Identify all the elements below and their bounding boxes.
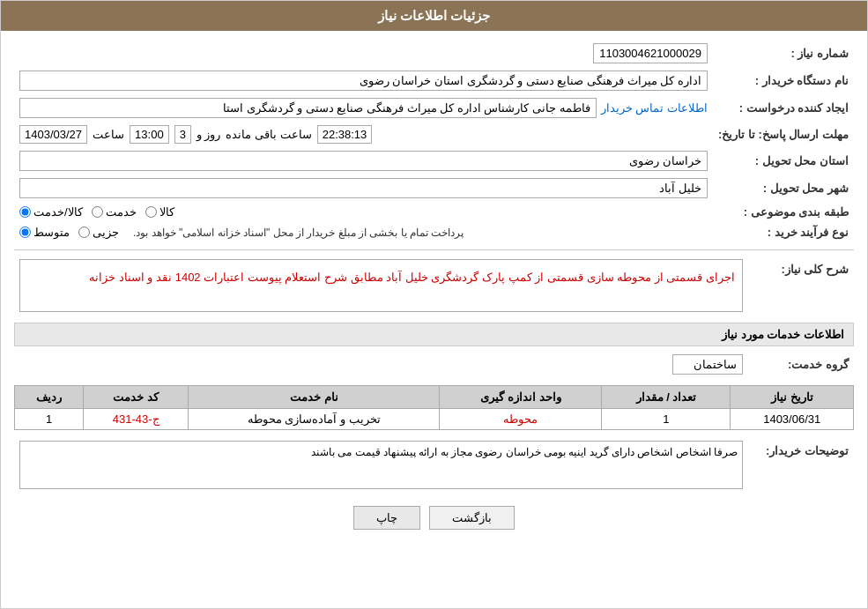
mohlat-label: مهلت ارسال پاسخ: تا تاریخ:	[713, 122, 854, 147]
grooh-khadamat-cell: ساختمان	[14, 351, 748, 378]
shomare-niaz-cell: 1103004621000029	[14, 40, 713, 67]
mohlat-saat-value: 13:00	[130, 125, 169, 144]
naam-dastgah-label: نام دستگاه خریدار :	[713, 67, 854, 94]
cell-tarikh-niaz: 1403/06/31	[731, 409, 854, 430]
radio-jozi-item: جزیی	[78, 226, 119, 239]
services-table: تاریخ نیاز تعداد / مقدار واحد اندازه گیر…	[14, 385, 854, 430]
sharh-cell: اجرای قسمتی از محوطه سازی قسمتی از کمپ پ…	[14, 256, 748, 316]
page-header: جزئیات اطلاعات نیاز	[1, 1, 867, 31]
cell-vahed: محوطه	[440, 409, 602, 430]
noow-farayand-cell: پرداخت تمام یا بخشی از مبلغ خریدار از مح…	[14, 222, 713, 242]
radio-khadamat-input[interactable]	[92, 206, 103, 218]
btn-container: بازگشت چاپ	[14, 506, 854, 530]
grooh-table: گروه خدمت: ساختمان	[14, 351, 854, 378]
radio-kala-khadamat-item: کالا/خدمت	[19, 205, 83, 219]
naam-dastgah-value: اداره کل میراث فرهنگی صنایع دستی و گردشگ…	[19, 71, 708, 91]
main-content: شماره نیاز : 1103004621000029 نام دستگاه…	[1, 31, 867, 547]
cell-kod-khadamat: ج-43-431	[84, 409, 189, 430]
noow-farayand-note: پرداخت تمام یا بخشی از مبلغ خریدار از مح…	[133, 227, 464, 239]
shomare-niaz-label: شماره نیاز :	[713, 40, 854, 67]
col-radif: ردیف	[15, 386, 84, 409]
tozihat-value: صرفا اشخاص اشخاص دارای گرید اینیه بومی خ…	[19, 441, 743, 489]
khadamat-section-title: اطلاعات خدمات مورد نیاز	[14, 323, 854, 346]
radio-khadamat-label: خدمت	[106, 205, 137, 219]
cell-naam-khadamat: تخریب و آماده‌سازی محوطه	[189, 409, 440, 430]
radio-kala-label: کالا	[160, 205, 174, 219]
radio-motovaset-label: متوسط	[33, 226, 70, 239]
mohlat-cell: 22:38:13 ساعت باقی مانده روز و 3 13:00 س…	[14, 122, 713, 147]
radio-motovaset-item: متوسط	[19, 226, 70, 239]
shahr-cell: خلیل آباد	[14, 175, 713, 202]
tabaqe-cell: کالا/خدمت خدمت کالا	[14, 202, 713, 222]
page-container: جزئیات اطلاعات نیاز شماره نیاز : 1103004…	[0, 0, 868, 609]
info-table: شماره نیاز : 1103004621000029 نام دستگاه…	[14, 40, 854, 242]
tozihat-label: توضیحات خریدار:	[748, 437, 854, 493]
cell-radif: 1	[15, 409, 84, 430]
shomare-niaz-value: 1103004621000029	[593, 43, 708, 63]
radio-motovaset-input[interactable]	[19, 227, 31, 238]
print-button[interactable]: چاپ	[353, 506, 420, 530]
noow-farayand-label: نوع فرآیند خرید :	[713, 222, 854, 242]
mohlat-date-value: 1403/03/27	[19, 125, 87, 144]
col-vahed: واحد اندازه گیری	[440, 386, 602, 409]
col-naam-khadamat: نام خدمت	[189, 386, 440, 409]
mohlat-rooz-label: روز و	[197, 128, 221, 141]
mohlat-remaining-label: ساعت باقی مانده	[226, 128, 311, 141]
shahr-value: خلیل آباد	[19, 178, 708, 198]
ostan-cell: خراسان رضوی	[14, 147, 713, 175]
ijad-konande-label: ایجاد کننده درخواست :	[713, 94, 854, 122]
radio-kala-item: کالا	[145, 205, 174, 219]
col-tarikh-niaz: تاریخ نیاز	[731, 386, 854, 409]
ittelaat-tamas-link[interactable]: اطلاعات تماس خریدار	[601, 101, 708, 115]
mohlat-saat-label: ساعت	[93, 128, 124, 141]
grooh-khadamat-label: گروه خدمت:	[748, 351, 854, 378]
sharh-label: شرح کلی نیاز:	[748, 256, 854, 316]
grooh-khadamat-value: ساختمان	[672, 354, 743, 375]
col-kod-khadamat: کد خدمت	[84, 386, 189, 409]
shahr-label: شهر محل تحویل :	[713, 175, 854, 202]
radio-khadamat-item: خدمت	[92, 205, 137, 219]
radio-kala-khadamat-label: کالا/خدمت	[33, 205, 83, 219]
back-button[interactable]: بازگشت	[429, 506, 515, 530]
sharh-value: اجرای قسمتی از محوطه سازی قسمتی از کمپ پ…	[19, 259, 743, 312]
mohlat-rooz-value: 3	[174, 125, 191, 144]
sharh-table: شرح کلی نیاز: اجرای قسمتی از محوطه سازی …	[14, 256, 854, 316]
col-tedad-miqdar: تعداد / مقدار	[602, 386, 731, 409]
table-row: 1403/06/311محوطهتخریب و آماده‌سازی محوطه…	[15, 409, 854, 430]
radio-jozi-input[interactable]	[78, 227, 90, 238]
radio-jozi-label: جزیی	[93, 226, 119, 239]
radio-kala-input[interactable]	[145, 206, 157, 218]
naam-dastgah-cell: اداره کل میراث فرهنگی صنایع دستی و گردشگ…	[14, 67, 713, 94]
ostan-value: خراسان رضوی	[19, 151, 708, 171]
ijad-konande-cell: اطلاعات تماس خریدار فاطمه جانی کارشناس ا…	[14, 94, 713, 122]
radio-kala-khadamat-input[interactable]	[19, 206, 31, 218]
ostan-label: استان محل تحویل :	[713, 147, 854, 175]
tabaqe-label: طبقه بندی موضوعی :	[713, 202, 854, 222]
tozihat-cell: صرفا اشخاص اشخاص دارای گرید اینیه بومی خ…	[14, 437, 748, 493]
cell-tedad-miqdar: 1	[602, 409, 731, 430]
ijad-konande-value: فاطمه جانی کارشناس اداره کل میراث فرهنگی…	[19, 98, 597, 118]
tozihat-table: توضیحات خریدار: صرفا اشخاص اشخاص دارای گ…	[14, 437, 854, 493]
mohlat-remaining-value: 22:38:13	[317, 125, 373, 144]
page-title: جزئیات اطلاعات نیاز	[378, 8, 490, 23]
